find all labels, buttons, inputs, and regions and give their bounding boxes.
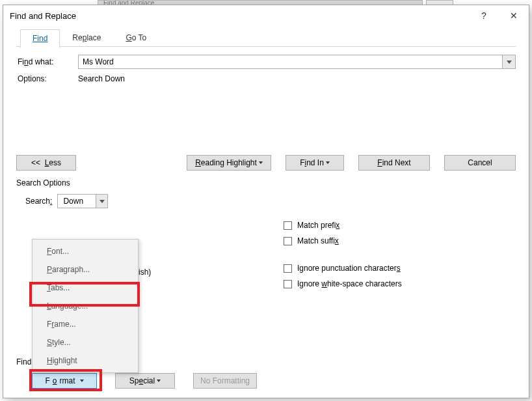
find-replace-dialog: Find and Replace ? ✕ Find Replace Go To … <box>3 5 529 398</box>
find-section-heading: Find <box>16 357 31 366</box>
tab-strip: Find Replace Go To <box>16 29 516 47</box>
tab-replace-label: Replace <box>72 33 101 42</box>
search-direction-select[interactable]: Down <box>57 194 108 208</box>
dialog-title: Find and Replace <box>10 11 76 21</box>
format-menu-style[interactable]: Style... <box>34 333 137 352</box>
search-direction-label: Search: <box>25 197 52 206</box>
options-label: Options: <box>16 74 78 83</box>
format-menu-frame[interactable]: Frame... <box>34 315 137 333</box>
find-what-label: Find what: <box>16 57 78 66</box>
dialog-content: Find Replace Go To Find what: Options: S… <box>3 26 529 398</box>
search-direction-value: Down <box>58 195 96 208</box>
checkbox-icon <box>284 221 292 230</box>
format-menu-language[interactable]: Language... <box>34 297 137 315</box>
less-button[interactable]: << Less <box>16 155 76 171</box>
checkbox-ignore-punctuation[interactable]: Ignore punctuation characters <box>284 260 516 276</box>
tab-find[interactable]: Find <box>20 29 60 48</box>
find-in-button[interactable]: Find In <box>286 155 344 171</box>
tab-replace[interactable]: Replace <box>60 29 113 47</box>
tab-goto-label: Go To <box>126 33 146 42</box>
find-next-button[interactable]: Find Next <box>358 155 430 171</box>
chevron-down-icon <box>100 200 105 203</box>
format-menu-highlight[interactable]: Highlight <box>34 352 137 370</box>
help-button[interactable]: ? <box>469 5 499 26</box>
tab-goto[interactable]: Go To <box>113 29 159 47</box>
format-menu-font[interactable]: Font... <box>34 242 137 260</box>
help-icon: ? <box>481 10 486 21</box>
format-menu: Font... Paragraph... Tabs... Language...… <box>32 239 139 373</box>
find-what-input[interactable] <box>78 55 503 69</box>
checkbox-match-suffix[interactable]: Match suffix <box>284 233 516 249</box>
tab-find-label: Find <box>33 34 47 43</box>
no-formatting-button[interactable]: No Formatting <box>193 373 257 389</box>
chevron-down-icon <box>507 61 512 64</box>
checkbox-icon <box>284 237 292 245</box>
format-menu-paragraph[interactable]: Paragraph... <box>34 260 137 279</box>
background-window-tab: Find and Replace <box>98 0 423 5</box>
format-button[interactable]: Format <box>32 373 97 389</box>
titlebar: Find and Replace ? ✕ <box>3 5 529 26</box>
reading-highlight-button[interactable]: Reading Highlight <box>187 155 271 171</box>
checkbox-ignore-whitespace[interactable]: Ignore white-space characters <box>284 276 516 292</box>
checkbox-icon <box>284 264 292 273</box>
search-options-heading: Search Options <box>16 178 516 187</box>
close-button[interactable]: ✕ <box>499 5 529 26</box>
format-menu-tabs[interactable]: Tabs... <box>34 279 137 297</box>
close-icon: ✕ <box>510 10 518 21</box>
cancel-button[interactable]: Cancel <box>444 155 516 171</box>
background-window-fragment <box>426 0 453 5</box>
checkbox-match-prefix[interactable]: Match prefix <box>284 217 516 233</box>
find-what-dropdown-button[interactable] <box>503 55 516 69</box>
special-button[interactable]: Special <box>115 373 175 389</box>
checkbox-icon <box>284 280 292 288</box>
options-value: Search Down <box>78 74 125 83</box>
